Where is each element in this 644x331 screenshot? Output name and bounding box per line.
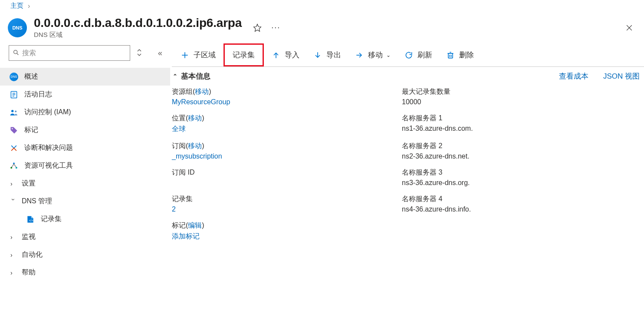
ess-value-text: ns1-36.azure-dns.com. [402, 125, 640, 132]
header-titles: 0.0.0.0.c.d.b.a.8.b.d.0.1.0.0.2.ip6.arpa… [34, 16, 242, 39]
main-content: 子区域 记录集 导入 导出 移动 ⌄ 刷新 [170, 43, 644, 327]
ess-empty [402, 221, 640, 247]
ess-value-text: ns2-36.azure-dns.net. [402, 152, 640, 160]
svg-text:</>: </> [29, 219, 33, 222]
svg-line-16 [14, 164, 16, 167]
toolbar: 子区域 记录集 导入 导出 移动 ⌄ 刷新 [172, 43, 644, 67]
ess-location: 位置(移动) 全球 [172, 114, 398, 140]
sidebar-group-label: DNS 管理 [22, 197, 52, 206]
paren: ) [202, 142, 204, 149]
expand-collapse-icon[interactable] [136, 48, 142, 58]
svg-line-15 [12, 164, 14, 167]
svg-point-10 [15, 110, 16, 112]
refresh-button[interactable]: 刷新 [398, 46, 439, 63]
sidebar-item-activity-log[interactable]: 活动日志 [0, 86, 170, 103]
favorite-star-icon[interactable] [251, 22, 263, 34]
record-set-button[interactable]: 记录集 [223, 43, 264, 66]
ess-label-text: 标记( [172, 222, 188, 229]
delete-label: 删除 [459, 50, 474, 60]
sidebar-group-automation[interactable]: › 自动化 [0, 246, 170, 264]
sidebar-group-label: 自动化 [22, 250, 43, 259]
sidebar-item-iam[interactable]: 访问控制 (IAM) [0, 103, 170, 121]
sidebar-group-dns-management[interactable]: › DNS 管理 [0, 192, 170, 210]
svg-rect-23 [448, 53, 453, 58]
resource-group-link[interactable]: MyResourceGroup [172, 98, 230, 106]
child-zone-label: 子区域 [194, 50, 216, 60]
search-icon [13, 49, 20, 57]
ess-ns1: 名称服务器 1 ns1-36.azure-dns.com. [402, 114, 640, 140]
ess-label-text: 名称服务器 3 [402, 168, 640, 177]
ess-resource-group: 资源组(移动) MyResourceGroup [172, 87, 398, 112]
ess-max-recordsets: 最大记录集数量 10000 [402, 87, 640, 112]
delete-button[interactable]: 删除 [439, 46, 481, 63]
ess-ns2: 名称服务器 2 ns2-36.azure-dns.net. [402, 142, 640, 166]
ess-tags: 标记(编辑) 添加标记 [172, 221, 398, 247]
sidebar-search-box[interactable] [9, 45, 130, 61]
svg-point-3 [14, 50, 17, 53]
record-sets-count-link[interactable]: 2 [172, 205, 176, 213]
chevron-right-icon: › [10, 180, 16, 187]
svg-point-12 [13, 162, 15, 164]
move-link[interactable]: 移动 [188, 114, 202, 122]
close-icon[interactable] [623, 22, 635, 34]
export-button[interactable]: 导出 [306, 46, 348, 63]
sidebar-item-tags[interactable]: 标记 [0, 121, 170, 139]
tag-icon [10, 126, 18, 135]
sidebar-item-label: 记录集 [41, 215, 62, 224]
svg-line-4 [17, 53, 18, 55]
chevron-right-icon: › [10, 269, 16, 276]
child-zone-button[interactable]: 子区域 [174, 46, 223, 63]
sidebar-item-record-sets[interactable]: </> 记录集 [0, 210, 170, 228]
dns-zone-icon: DNS [8, 18, 27, 37]
edit-tags-link[interactable]: 编辑 [188, 222, 202, 229]
sidebar-item-diagnose[interactable]: 诊断和解决问题 [0, 139, 170, 157]
subscription-link[interactable]: _mysubscription [172, 152, 222, 160]
chevron-down-icon: ⌄ [386, 52, 391, 58]
location-link[interactable]: 全球 [172, 125, 186, 132]
ess-ns3: 名称服务器 3 ns3-36.azure-dns.org. [402, 168, 640, 193]
essentials-toggle[interactable]: ⌃ 基本信息 [173, 71, 210, 81]
sidebar-item-label: 标记 [24, 126, 38, 135]
ess-label-text: 记录集 [172, 195, 398, 204]
breadcrumb-home[interactable]: 主页 [10, 2, 23, 10]
search-input[interactable] [20, 49, 126, 57]
move-link[interactable]: 移动 [188, 142, 202, 149]
sidebar-item-label: 概述 [24, 72, 38, 81]
essentials-grid: 资源组(移动) MyResourceGroup 最大记录集数量 10000 位置… [172, 83, 644, 247]
add-tags-link[interactable]: 添加标记 [172, 232, 200, 240]
ess-ns4: 名称服务器 4 ns4-36.azure-dns.info. [402, 195, 640, 219]
sidebar-group-label: 设置 [22, 179, 36, 188]
page-header: DNS 0.0.0.0.c.d.b.a.8.b.d.0.1.0.0.2.ip6.… [0, 12, 644, 43]
sidebar-group-label: 帮助 [22, 268, 36, 277]
sidebar-item-resource-visualizer[interactable]: 资源可视化工具 [0, 157, 170, 175]
more-icon[interactable]: ··· [269, 21, 282, 34]
paren: ) [209, 88, 211, 95]
move-link[interactable]: 移动 [195, 88, 209, 95]
sidebar-group-help[interactable]: › 帮助 [0, 264, 170, 281]
move-button[interactable]: 移动 ⌄ [348, 46, 398, 63]
sidebar-group-monitoring[interactable]: › 监视 [0, 228, 170, 246]
essentials-header: ⌃ 基本信息 查看成本 JSON 视图 [172, 67, 644, 83]
sidebar-group-label: 监视 [22, 232, 36, 242]
json-view-link[interactable]: JSON 视图 [603, 71, 640, 81]
essentials-links: 查看成本 JSON 视图 [559, 71, 640, 81]
people-icon [10, 108, 18, 117]
view-cost-link[interactable]: 查看成本 [559, 71, 588, 81]
sidebar-item-label: 活动日志 [24, 90, 52, 99]
sidebar-group-settings[interactable]: › 设置 [0, 175, 170, 192]
ess-value-text: ns3-36.azure-dns.org. [402, 179, 640, 187]
import-button[interactable]: 导入 [265, 46, 306, 63]
collapse-sidebar-icon[interactable]: « [158, 49, 162, 58]
sidebar-item-overview[interactable]: DNS 概述 [0, 68, 170, 86]
import-label: 导入 [285, 50, 299, 60]
svg-marker-0 [254, 24, 261, 31]
sidebar-item-label: 诊断和解决问题 [24, 143, 73, 152]
ess-label-text: 最大记录集数量 [402, 87, 640, 96]
page-title: 0.0.0.0.c.d.b.a.8.b.d.0.1.0.0.2.ip6.arpa [34, 16, 242, 30]
ess-label-text: 订阅( [172, 142, 188, 149]
chevron-right-icon: › [28, 2, 30, 10]
move-label: 移动 [368, 50, 383, 60]
ess-label-text: 订阅 ID [172, 168, 398, 177]
svg-point-9 [11, 110, 13, 112]
ess-value-text: 10000 [402, 98, 640, 106]
